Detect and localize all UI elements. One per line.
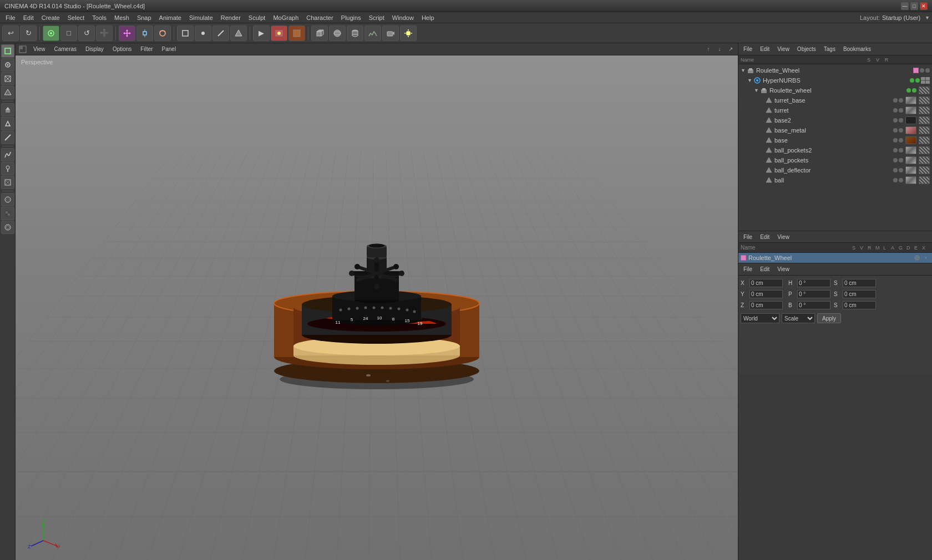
cube-tool[interactable]	[311, 26, 328, 41]
vp-display-menu[interactable]: Display	[82, 45, 107, 53]
free-select-button[interactable]: ➕	[96, 26, 113, 41]
tree-item-turret[interactable]: turret	[738, 105, 932, 115]
tree-item-base-metal[interactable]: base_metal	[738, 125, 932, 135]
menu-edit[interactable]: Edit	[20, 13, 37, 22]
vp-cameras-menu[interactable]: Cameras	[51, 45, 80, 53]
menu-file[interactable]: File	[2, 13, 19, 22]
tree-item-hypernurbs[interactable]: ▼ HyperNURBS	[738, 75, 932, 85]
vp-view-menu[interactable]: View	[30, 45, 49, 53]
render-picture[interactable]	[271, 26, 287, 41]
menu-sculpt[interactable]: Sculpt	[245, 13, 269, 22]
lt-edges-mode[interactable]	[1, 72, 14, 85]
lt-model-mode[interactable]	[1, 44, 14, 58]
sy-input[interactable]	[843, 290, 876, 298]
menu-mograph[interactable]: MoGraph	[270, 13, 302, 22]
scale-tool[interactable]	[136, 26, 153, 41]
lt-sculpt1[interactable]	[1, 193, 14, 206]
sx-input[interactable]	[843, 279, 876, 287]
tree-item-ball-deflector[interactable]: ball_deflector	[738, 165, 932, 175]
sz-input[interactable]	[843, 301, 876, 309]
apply-button[interactable]: Apply	[817, 313, 841, 323]
lt-sculpt3[interactable]	[1, 221, 14, 234]
render-queue[interactable]	[288, 26, 305, 41]
object-mode[interactable]	[177, 26, 194, 41]
menu-create[interactable]: Create	[38, 13, 63, 22]
tree-arrow-roulette[interactable]: ▼	[741, 68, 746, 73]
cylinder-tool[interactable]	[347, 26, 363, 41]
menu-script[interactable]: Script	[366, 13, 388, 22]
y-input[interactable]	[749, 290, 783, 298]
vp-icon-2[interactable]: ↓	[715, 44, 725, 54]
3d-viewport[interactable]: Perspective	[16, 55, 738, 560]
tree-item-ball-pockets[interactable]: ball_pockets	[738, 155, 932, 165]
lt-paint[interactable]	[1, 176, 14, 189]
b-input[interactable]	[797, 301, 830, 309]
tree-item-roulette-wheel[interactable]: ▼ Roulette_Wheel	[738, 65, 932, 75]
redo-button[interactable]: ↻	[20, 26, 37, 41]
point-mode[interactable]	[195, 26, 211, 41]
tree-item-ball[interactable]: ball	[738, 175, 932, 185]
lt-points-mode[interactable]	[1, 58, 14, 72]
vp-filter-menu[interactable]: Filter	[137, 45, 156, 53]
render-vp[interactable]: ▶	[253, 26, 270, 41]
vp-icon-3[interactable]: ↗	[726, 44, 736, 54]
om-bookmarks-menu[interactable]: Bookmarks	[840, 45, 874, 53]
p-input[interactable]	[797, 290, 830, 298]
tree-item-ball-pockets2[interactable]: ball_pockets2	[738, 145, 932, 155]
menu-render[interactable]: Render	[217, 13, 244, 22]
vp-icon-1[interactable]: ↑	[703, 44, 713, 54]
landscape-tool[interactable]	[364, 26, 381, 41]
vis-dot[interactable]	[920, 68, 924, 73]
lt-bevel[interactable]	[1, 117, 14, 130]
tree-arrow-hypernurbs[interactable]: ▼	[747, 78, 752, 83]
camera-tool[interactable]	[382, 26, 399, 41]
attr-view[interactable]: View	[774, 265, 792, 273]
lt-sculpt2[interactable]	[1, 207, 14, 220]
tree-item-turret-base[interactable]: turret_base	[738, 95, 932, 105]
vp-toggle[interactable]	[18, 44, 28, 54]
om-bottom-file[interactable]: File	[741, 233, 755, 241]
menu-animate[interactable]: Animate	[156, 13, 185, 22]
polygon-mode[interactable]	[230, 26, 247, 41]
om-edit-menu[interactable]: Edit	[757, 45, 772, 53]
poly-select-button[interactable]: ↺	[78, 26, 95, 41]
hypernurbs-vis[interactable]	[910, 78, 914, 83]
tree-item-roulette-wheel-sub[interactable]: ▼ Roulette_wheel	[738, 85, 932, 95]
scale-dropdown[interactable]: Scale	[782, 313, 815, 323]
menu-snap[interactable]: Snap	[134, 13, 155, 22]
lt-polygons-mode[interactable]	[1, 86, 14, 99]
attr-file[interactable]: File	[741, 265, 755, 273]
edge-mode[interactable]	[212, 26, 229, 41]
om-bottom-view[interactable]: View	[774, 233, 792, 241]
hypernurbs-render[interactable]	[915, 78, 920, 83]
tree-item-base[interactable]: base	[738, 135, 932, 145]
world-dropdown[interactable]: World Object	[741, 313, 779, 323]
lt-brush[interactable]	[1, 162, 14, 175]
om-objects-menu[interactable]: Objects	[794, 45, 819, 53]
sphere-tool[interactable]	[329, 26, 346, 41]
rect-select-button[interactable]: □	[60, 26, 77, 41]
om-bottom-edit[interactable]: Edit	[757, 233, 772, 241]
menu-tools[interactable]: Tools	[89, 13, 110, 22]
x-input[interactable]	[749, 279, 783, 287]
menu-select[interactable]: Select	[64, 13, 88, 22]
maximize-button[interactable]: □	[910, 2, 918, 10]
menu-plugins[interactable]: Plugins	[338, 13, 364, 22]
lt-extrude[interactable]	[1, 103, 14, 116]
light-tool[interactable]	[400, 26, 417, 41]
lt-knife[interactable]	[1, 131, 14, 144]
om-file-menu[interactable]: File	[741, 45, 755, 53]
om-view-menu[interactable]: View	[774, 45, 792, 53]
om-tags-menu[interactable]: Tags	[821, 45, 838, 53]
selected-object-row[interactable]: Roulette_Wheel ×	[738, 253, 932, 263]
z-input[interactable]	[749, 301, 783, 309]
menu-mesh[interactable]: Mesh	[111, 13, 133, 22]
lt-spline[interactable]	[1, 148, 14, 161]
tree-arrow-rw-sub[interactable]: ▼	[754, 88, 759, 93]
move-tool[interactable]	[119, 26, 135, 41]
close-button[interactable]: ✕	[920, 2, 928, 10]
menu-character[interactable]: Character	[303, 13, 336, 22]
rotate-tool[interactable]	[154, 26, 171, 41]
menu-simulate[interactable]: Simulate	[186, 13, 216, 22]
h-input[interactable]	[797, 279, 830, 287]
